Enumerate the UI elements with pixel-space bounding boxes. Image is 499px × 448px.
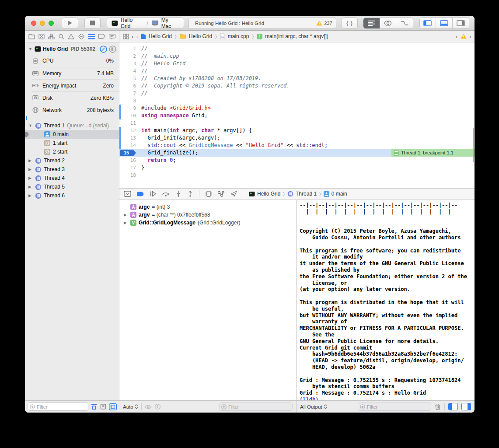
- jumpbar-folder[interactable]: Hello Grid: [189, 33, 212, 39]
- symbol-navigator-icon[interactable]: [48, 34, 55, 39]
- clear-console-trash-button[interactable]: [435, 403, 441, 410]
- version-editor-button[interactable]: [396, 18, 412, 28]
- step-over-button[interactable]: [162, 191, 170, 197]
- disclosure-triangle-icon[interactable]: ▶: [124, 213, 128, 217]
- scheme-selector[interactable]: Hello Grid 〉 My Mac: [107, 18, 184, 29]
- minimize-button[interactable]: [40, 21, 45, 26]
- quicklook-eye-icon[interactable]: [145, 404, 152, 410]
- thread-row[interactable]: ▶Thread 6: [25, 191, 119, 200]
- stack-frame-row[interactable]: 2 start: [25, 147, 119, 156]
- console-filter-field[interactable]: [358, 402, 431, 411]
- gauge-view-button[interactable]: [100, 46, 107, 53]
- console-view[interactable]: --|--|--|--|--|--|--|--|--|--|--|--|--|-…: [296, 200, 475, 400]
- gauge-row-disk[interactable]: DiskZero KB/s: [32, 91, 119, 104]
- code-line[interactable]: 16 return 0;: [119, 157, 475, 164]
- code-line[interactable]: 2// main.cpp: [119, 52, 475, 60]
- continue-button[interactable]: [150, 191, 156, 197]
- debug-navigator-icon[interactable]: [88, 34, 95, 39]
- crumb-thread[interactable]: Thread 1: [296, 191, 317, 197]
- code-line[interactable]: 9#include <Grid/Grid.h>: [119, 105, 475, 112]
- report-navigator-icon[interactable]: [109, 34, 115, 39]
- breakpoint-navigator-icon[interactable]: [98, 34, 105, 39]
- lldb-prompt[interactable]: (lldb): [300, 396, 475, 400]
- code-line[interactable]: 3// Hello Grid: [119, 60, 475, 67]
- toggle-variables-view-button[interactable]: [448, 403, 458, 410]
- library-button[interactable]: { }: [342, 18, 358, 29]
- breakpoint-annotation[interactable]: Thread 1: breakpoint 1.1: [391, 149, 475, 157]
- forward-button[interactable]: ›: [136, 33, 138, 40]
- next-issue-button[interactable]: ›: [469, 33, 471, 40]
- stack-frame-row[interactable]: 0 main: [25, 130, 119, 139]
- back-button[interactable]: ‹: [132, 33, 133, 40]
- code-line[interactable]: 10using namespace Grid;: [119, 112, 475, 119]
- variable-row[interactable]: Aargc= (int) 3: [119, 203, 296, 211]
- code-line[interactable]: 6// Copyright © 2019 sopa. All rights re…: [119, 82, 475, 90]
- standard-editor-button[interactable]: [363, 18, 380, 28]
- thread-row[interactable]: ▶Thread 3: [25, 165, 119, 174]
- variables-scope-dropdown[interactable]: Auto: [123, 404, 138, 410]
- crumb-app[interactable]: Hello Grid: [257, 191, 280, 197]
- thread-row[interactable]: ▶Thread 5: [25, 182, 119, 191]
- code-line[interactable]: 18: [119, 172, 475, 179]
- close-button[interactable]: [31, 21, 36, 26]
- hide-debug-area-button[interactable]: [124, 191, 131, 197]
- code-line[interactable]: 1//: [119, 45, 475, 52]
- disclosure-triangle-icon[interactable]: ▶: [28, 193, 33, 198]
- code-line[interactable]: 15 Grid_finalize();Thread 1: breakpoint …: [119, 149, 475, 157]
- toggle-console-view-button[interactable]: [461, 403, 471, 410]
- process-row[interactable]: ▼ Hello Grid PID 55302: [25, 43, 119, 55]
- jumpbar-file[interactable]: main.cpp: [228, 33, 249, 39]
- project-navigator-icon[interactable]: [28, 34, 35, 39]
- view-hierarchy-button[interactable]: [205, 191, 212, 197]
- jumpbar-symbol[interactable]: main(int argc, char * argv[]): [265, 33, 328, 39]
- source-editor[interactable]: 1//2// main.cpp3// Hello Grid4//5// Crea…: [119, 42, 475, 188]
- code-line[interactable]: 17}: [119, 164, 475, 172]
- disclosure-triangle-icon[interactable]: ▼: [28, 123, 33, 128]
- memory-graph-button[interactable]: [217, 191, 225, 197]
- zoom-button[interactable]: [49, 21, 54, 26]
- navigator-filter-field[interactable]: [28, 402, 88, 411]
- disclosure-triangle-icon[interactable]: ▶: [28, 167, 33, 172]
- thread-view-button[interactable]: [109, 46, 116, 53]
- find-navigator-icon[interactable]: [58, 34, 64, 39]
- console-filter-input[interactable]: [358, 404, 431, 410]
- warning-count-badge[interactable]: 237: [316, 21, 332, 26]
- crumb-frame[interactable]: 0 main: [332, 191, 347, 197]
- variables-filter-field[interactable]: [219, 402, 293, 411]
- source-control-navigator-icon[interactable]: [38, 34, 45, 39]
- disclosure-triangle-icon[interactable]: ▼: [28, 47, 33, 51]
- filter-crashed-toggle[interactable]: [100, 403, 107, 410]
- code-line[interactable]: 8: [119, 97, 475, 105]
- code-line[interactable]: 5// Created by s1786208 on 17/03/2019.: [119, 75, 475, 82]
- assistant-editor-button[interactable]: [380, 18, 396, 28]
- filter-running-toggle[interactable]: [91, 403, 98, 410]
- code-line[interactable]: 12int main(int argc, char * argv[]) {: [119, 127, 475, 134]
- navigator-filter-input[interactable]: [28, 404, 88, 410]
- disclosure-triangle-icon[interactable]: ▶: [124, 220, 128, 225]
- run-button[interactable]: [62, 18, 78, 29]
- gauge-row-memory[interactable]: Memory7.4 MB: [32, 67, 119, 79]
- stop-button[interactable]: [84, 18, 101, 29]
- disclosure-triangle-icon[interactable]: ▶: [28, 185, 33, 189]
- console-output-dropdown[interactable]: All Output: [300, 404, 327, 410]
- test-navigator-icon[interactable]: [78, 34, 84, 39]
- code-line[interactable]: 7//: [119, 90, 475, 97]
- code-line[interactable]: 11: [119, 119, 475, 127]
- toggle-debug-area-button[interactable]: [436, 18, 452, 28]
- stack-frame-row[interactable]: 1 start: [25, 139, 119, 147]
- variable-row[interactable]: ▶Aargv= (char **) 0x7ffeefbff568: [119, 211, 296, 219]
- code-line[interactable]: 14 std::cout << GridLogMessage << "Hello…: [119, 142, 475, 149]
- code-line[interactable]: 4//: [119, 67, 475, 75]
- jumpbar-project[interactable]: Hello Grid: [149, 33, 172, 39]
- step-out-button[interactable]: [187, 191, 193, 197]
- gauge-row-energy-impact[interactable]: Energy ImpactZero: [32, 79, 119, 91]
- breakpoint-badge[interactable]: 15: [120, 150, 136, 156]
- variable-row[interactable]: ▶VGrid::GridLogMessage(Grid::GridLogger): [119, 219, 296, 227]
- previous-issue-button[interactable]: ‹: [456, 33, 457, 40]
- info-icon[interactable]: [155, 404, 161, 410]
- issue-navigator-icon[interactable]: [68, 34, 74, 39]
- gauge-row-network[interactable]: Network208 bytes/s: [32, 104, 119, 116]
- toggle-inspector-button[interactable]: [453, 18, 469, 28]
- filter-stack-toggle[interactable]: [109, 403, 117, 410]
- thread-row[interactable]: ▶Thread 2: [25, 156, 119, 165]
